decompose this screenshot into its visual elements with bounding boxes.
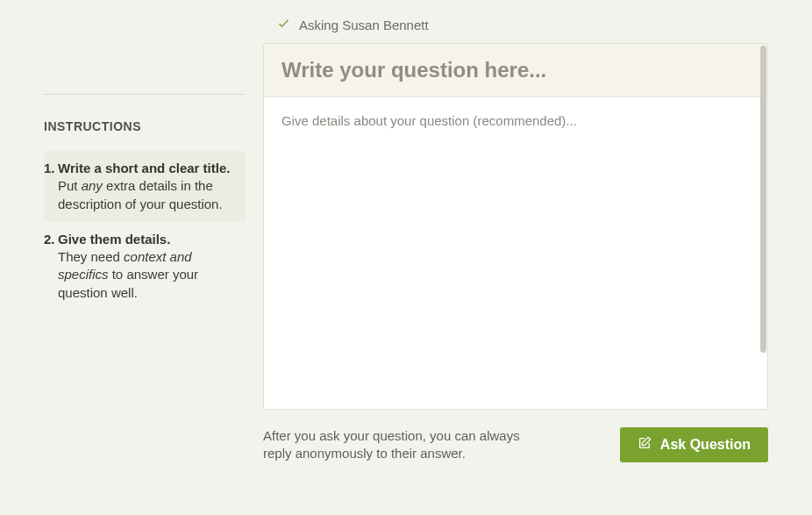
question-title-input[interactable] (264, 44, 767, 97)
form-footer: After you ask your question, you can alw… (263, 427, 768, 463)
instruction-2-title: Give them details. (58, 231, 233, 248)
instruction-item-1: Write a short and clear title. Put any e… (44, 151, 246, 222)
scrollbar-thumb[interactable] (760, 46, 766, 353)
compose-icon (637, 436, 652, 454)
question-form (263, 43, 768, 410)
ask-question-button[interactable]: Ask Question (620, 427, 768, 462)
instruction-1-title: Write a short and clear title. (58, 160, 233, 177)
main-content: Asking Susan Bennett After you ask your … (263, 15, 768, 463)
page-container: INSTRUCTIONS Write a short and clear tit… (0, 0, 812, 490)
sidebar: INSTRUCTIONS Write a short and clear tit… (44, 15, 246, 463)
instructions-list: Write a short and clear title. Put any e… (44, 151, 246, 311)
instruction-1-body-em: any (82, 178, 103, 193)
asking-prefix: Asking (299, 18, 338, 32)
sidebar-divider (44, 94, 246, 95)
instruction-2-body-pre: They need (58, 249, 124, 264)
asking-name: Susan Bennett (342, 18, 428, 32)
footer-note: After you ask your question, you can alw… (263, 427, 544, 463)
asking-row: Asking Susan Bennett (263, 15, 768, 34)
check-icon (277, 17, 290, 32)
instruction-2-body: They need context and specifics to answe… (58, 248, 233, 302)
instruction-item-2: Give them details. They need context and… (44, 222, 246, 311)
ask-question-label: Ask Question (660, 437, 751, 453)
question-details-input[interactable] (264, 97, 767, 409)
asking-label: Asking Susan Bennett (299, 18, 429, 32)
scrollbar-track[interactable] (759, 46, 767, 407)
instruction-1-body: Put any extra details in the description… (58, 177, 233, 213)
instructions-heading: INSTRUCTIONS (44, 119, 246, 133)
instruction-1-body-pre: Put (58, 178, 82, 193)
